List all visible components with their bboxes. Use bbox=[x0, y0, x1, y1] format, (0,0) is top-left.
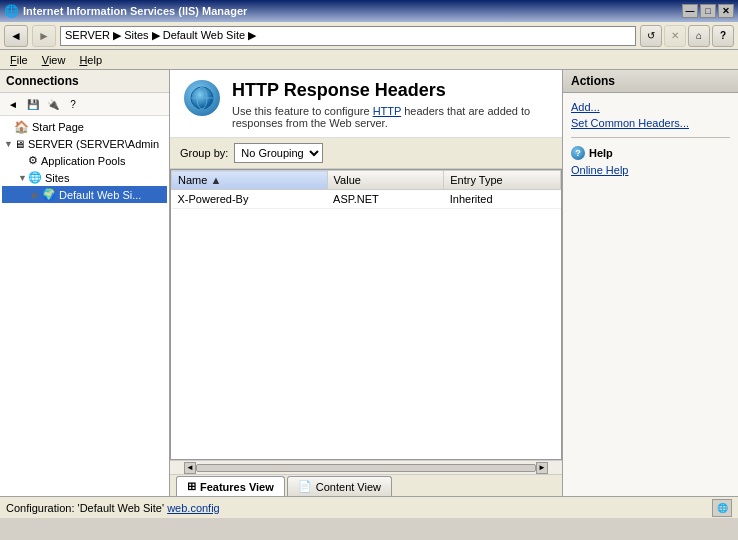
server-icon: 🖥 bbox=[14, 138, 25, 150]
home-icon: ⌂ bbox=[696, 30, 702, 41]
feature-globe-icon bbox=[184, 80, 220, 116]
menu-help[interactable]: Help bbox=[73, 52, 108, 68]
headers-table: Name ▲ Value Entry Type X-Powered-By bbox=[171, 170, 561, 209]
back-tool-button[interactable]: ◄ bbox=[4, 95, 22, 113]
feature-description: Use this feature to configure HTTP heade… bbox=[232, 105, 548, 129]
table-row[interactable]: X-Powered-By ASP.NET Inherited bbox=[172, 190, 561, 209]
start-page-label: Start Page bbox=[32, 121, 84, 133]
refresh-icon: ↺ bbox=[647, 30, 655, 41]
refresh-button[interactable]: ↺ bbox=[640, 25, 662, 47]
address-input[interactable]: SERVER ▶ Sites ▶ Default Web Site ▶ bbox=[60, 26, 636, 46]
scroll-track[interactable] bbox=[196, 464, 536, 472]
connections-panel: Connections ◄ 💾 🔌 ? 🏠 Start Page ▼ 🖥 SER… bbox=[0, 70, 170, 496]
server-label: SERVER (SERVER\Admin bbox=[28, 138, 159, 150]
action-add[interactable]: Add... bbox=[571, 99, 730, 115]
help-tool-button[interactable]: ? bbox=[64, 95, 82, 113]
main-layout: Connections ◄ 💾 🔌 ? 🏠 Start Page ▼ 🖥 SER… bbox=[0, 70, 738, 496]
http-link[interactable]: HTTP bbox=[373, 105, 402, 117]
minimize-button[interactable]: — bbox=[682, 4, 698, 18]
tree-item-start-page[interactable]: 🏠 Start Page bbox=[2, 118, 167, 136]
forward-button[interactable]: ► bbox=[32, 25, 56, 47]
help-circle-icon: ? bbox=[571, 146, 585, 160]
status-corner-icon: 🌐 bbox=[712, 499, 732, 517]
col-value[interactable]: Value bbox=[327, 171, 444, 190]
close-button[interactable]: ✕ bbox=[718, 4, 734, 18]
stop-button[interactable]: ✕ bbox=[664, 25, 686, 47]
col-value-label: Value bbox=[334, 174, 361, 186]
stop-icon: ✕ bbox=[671, 30, 679, 41]
groupby-bar: Group by: No Grouping Entry Type Name bbox=[170, 138, 562, 169]
home-button[interactable]: ⌂ bbox=[688, 25, 710, 47]
server-expand-icon: ▼ bbox=[4, 139, 14, 149]
tree-item-default-web-site[interactable]: ▶ 🌍 Default Web Si... bbox=[2, 186, 167, 203]
table-body: X-Powered-By ASP.NET Inherited bbox=[172, 190, 561, 209]
cell-value: ASP.NET bbox=[327, 190, 444, 209]
connect-tool-button[interactable]: 🔌 bbox=[44, 95, 62, 113]
dws-icon: 🌍 bbox=[42, 188, 56, 201]
status-text: Configuration: 'Default Web Site' web.co… bbox=[6, 502, 220, 514]
table-scrollbar[interactable]: ◄ ► bbox=[170, 460, 562, 474]
cell-name: X-Powered-By bbox=[172, 190, 328, 209]
title-bar-left: 🌐 Internet Information Services (IIS) Ma… bbox=[4, 4, 247, 18]
tab-content-view[interactable]: 📄 Content View bbox=[287, 476, 392, 496]
connections-toolbar: ◄ 💾 🔌 ? bbox=[0, 93, 169, 116]
help-button[interactable]: ? bbox=[712, 25, 734, 47]
features-view-icon: ⊞ bbox=[187, 480, 196, 493]
actions-divider bbox=[571, 137, 730, 138]
app-pools-label: Application Pools bbox=[41, 155, 125, 167]
center-panel: HTTP Response Headers Use this feature t… bbox=[170, 70, 563, 496]
help-section: ? Help Online Help bbox=[571, 146, 730, 178]
breadcrumb: SERVER ▶ Sites ▶ Default Web Site ▶ bbox=[65, 29, 256, 42]
bottom-tabs: ⊞ Features View 📄 Content View bbox=[170, 474, 562, 496]
connections-header: Connections bbox=[0, 70, 169, 93]
app-icon: 🌐 bbox=[4, 4, 19, 18]
features-view-label: Features View bbox=[200, 481, 274, 493]
back-button[interactable]: ◄ bbox=[4, 25, 28, 47]
forward-icon: ► bbox=[38, 29, 50, 43]
tab-features-view[interactable]: ⊞ Features View bbox=[176, 476, 285, 496]
actions-panel: Actions Add... Set Common Headers... ? H… bbox=[563, 70, 738, 496]
table-header-row: Name ▲ Value Entry Type bbox=[172, 171, 561, 190]
groupby-select[interactable]: No Grouping Entry Type Name bbox=[234, 143, 323, 163]
content-view-icon: 📄 bbox=[298, 480, 312, 493]
app-pools-icon: ⚙ bbox=[28, 154, 38, 167]
start-page-icon: 🏠 bbox=[14, 120, 29, 134]
tree-item-server[interactable]: ▼ 🖥 SERVER (SERVER\Admin bbox=[2, 136, 167, 152]
title-bar-buttons: — □ ✕ bbox=[682, 4, 734, 18]
status-config-link[interactable]: web.config bbox=[167, 502, 220, 514]
status-bar: Configuration: 'Default Web Site' web.co… bbox=[0, 496, 738, 518]
col-name-label: Name bbox=[178, 174, 210, 186]
tree-area: 🏠 Start Page ▼ 🖥 SERVER (SERVER\Admin ⚙ … bbox=[0, 116, 169, 496]
dws-expand-icon: ▶ bbox=[32, 190, 42, 200]
scroll-left-btn[interactable]: ◄ bbox=[184, 462, 196, 474]
content-view-label: Content View bbox=[316, 481, 381, 493]
col-name[interactable]: Name ▲ bbox=[172, 171, 328, 190]
status-static: Configuration: 'Default Web Site' bbox=[6, 502, 167, 514]
help-title-label: Help bbox=[589, 147, 613, 159]
col-entry-type-label: Entry Type bbox=[450, 174, 502, 186]
tree-item-app-pools[interactable]: ⚙ Application Pools bbox=[2, 152, 167, 169]
app-pools-expand-icon bbox=[18, 156, 28, 166]
actions-list: Add... Set Common Headers... ? Help Onli… bbox=[563, 93, 738, 184]
groupby-label: Group by: bbox=[180, 147, 228, 159]
address-right-buttons: ↺ ✕ ⌂ ? bbox=[640, 25, 734, 47]
action-online-help[interactable]: Online Help bbox=[571, 162, 730, 178]
menu-bar: File View Help bbox=[0, 50, 738, 70]
tree-item-sites[interactable]: ▼ 🌐 Sites bbox=[2, 169, 167, 186]
dws-label: Default Web Si... bbox=[59, 189, 141, 201]
feature-title: HTTP Response Headers bbox=[232, 80, 548, 101]
save-tool-button[interactable]: 💾 bbox=[24, 95, 42, 113]
action-set-common-headers[interactable]: Set Common Headers... bbox=[571, 115, 730, 131]
title-bar: 🌐 Internet Information Services (IIS) Ma… bbox=[0, 0, 738, 22]
back-icon: ◄ bbox=[10, 29, 22, 43]
address-bar: ◄ ► SERVER ▶ Sites ▶ Default Web Site ▶ … bbox=[0, 22, 738, 50]
scroll-right-btn[interactable]: ► bbox=[536, 462, 548, 474]
sort-icon: ▲ bbox=[210, 174, 221, 186]
col-entry-type[interactable]: Entry Type bbox=[444, 171, 561, 190]
headers-table-area: Name ▲ Value Entry Type X-Powered-By bbox=[170, 169, 562, 460]
menu-view[interactable]: View bbox=[36, 52, 72, 68]
menu-file[interactable]: File bbox=[4, 52, 34, 68]
help-icon: ? bbox=[720, 30, 726, 41]
maximize-button[interactable]: □ bbox=[700, 4, 716, 18]
help-section-title: ? Help bbox=[571, 146, 730, 160]
